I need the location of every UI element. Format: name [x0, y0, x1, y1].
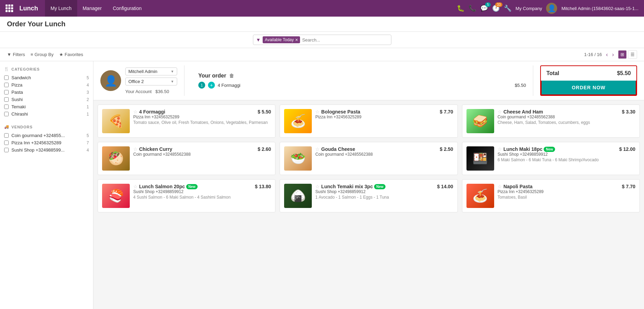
location-value[interactable]: Office 2 ▼ — [125, 78, 177, 85]
product-body: 🍝 ☆ Bolognese Pasta $ 7.70 Pizza Inn +32… — [284, 109, 453, 133]
sushi-checkbox[interactable] — [4, 97, 9, 102]
qty-add-button[interactable]: + — [208, 82, 215, 89]
product-grid: 🍕 ☆ 4 Formaggi $ 5.50 Pizza Inn +3245632… — [93, 100, 644, 217]
product-price-lunch-maki: $ 12.00 — [619, 146, 635, 152]
coin-count: 5 — [87, 133, 89, 138]
filters-label: Filters — [13, 52, 25, 57]
chat-icon[interactable]: 💬 5 — [480, 4, 488, 12]
user-name: Mitchell Admin (15843602-saas-15-1... — [561, 6, 638, 11]
product-card-chicken-curry[interactable]: 🥙 ☆ Chicken Curry $ 2.60 Coin gourmand +… — [98, 142, 275, 175]
coin-label: Coin gourmand +324855... — [11, 133, 84, 138]
trash-icon[interactable]: 🗑 — [229, 73, 234, 79]
product-info-4formaggi: ☆ 4 Formaggi $ 5.50 Pizza Inn +324563252… — [133, 109, 271, 133]
favorite-star-lunch-maki[interactable]: ☆ — [498, 146, 502, 152]
sidebar-item-pasta[interactable]: Pasta 3 — [4, 89, 89, 96]
product-card-bolognese[interactable]: 🍝 ☆ Bolognese Pasta $ 7.70 Pizza Inn +32… — [280, 104, 457, 138]
sidebar-item-sushi[interactable]: Sushi 2 — [4, 96, 89, 103]
product-card-lunch-maki[interactable]: 🍱 ☆ Lunch Maki 18pc New $ 12.00 Sushi Sh… — [462, 142, 640, 175]
sushi-count: 2 — [87, 97, 89, 102]
product-vendor-napoli: Pizza Inn +32456325289 — [498, 189, 635, 194]
product-name-gouda: Gouda Cheese — [321, 146, 355, 152]
grid-menu-icon[interactable] — [6, 4, 13, 12]
coin-checkbox[interactable] — [4, 133, 9, 138]
favorite-star-chicken-curry[interactable]: ☆ — [133, 146, 138, 152]
main-nav: My Lunch Manager Configuration — [45, 0, 147, 17]
chirashi-checkbox[interactable] — [4, 112, 9, 116]
settings-icon[interactable]: 🔧 — [504, 4, 511, 12]
product-header: ☆ Cheese And Ham $ 3.30 — [498, 109, 635, 115]
total-row: Total $5.50 — [541, 66, 636, 81]
sidebar-item-coin[interactable]: Coin gourmand +324855... 5 — [4, 132, 89, 139]
prev-page-button[interactable]: ‹ — [605, 51, 609, 58]
filter-toolbar: ▼ Filters ≡ Group By ★ Favorites 1-16 / … — [0, 48, 644, 61]
product-name-bolognese: Bolognese Pasta — [321, 109, 360, 115]
favorites-button[interactable]: ★ Favorites — [59, 52, 83, 57]
product-info-gouda: ☆ Gouda Cheese $ 2.50 Coin gourmand +324… — [315, 146, 453, 171]
order-total-panel: Total $5.50 ORDER NOW — [540, 65, 637, 96]
view-icons: ⊞ ☰ — [618, 50, 637, 59]
favorites-label: Favorites — [65, 52, 83, 57]
user-avatar[interactable]: 👤 — [546, 3, 557, 14]
order-details: Your order 🗑 1 + 4 Formaggi $5.50 — [191, 73, 526, 89]
pizza-inn-checkbox[interactable] — [4, 140, 9, 145]
fork-knife-icon: 🍴 — [4, 67, 9, 71]
search-input[interactable] — [302, 37, 388, 43]
bug-icon[interactable]: 🐛 — [457, 4, 464, 12]
group-by-button[interactable]: ≡ Group By — [30, 52, 54, 57]
product-card-napoli[interactable]: 🍝 ☆ Napoli Pasta $ 7.70 Pizza Inn +32456… — [462, 179, 640, 212]
total-label: Total — [546, 70, 559, 76]
favorite-star-gouda[interactable]: ☆ — [315, 146, 320, 152]
sushi-shop-checkbox[interactable] — [4, 148, 9, 152]
favorite-star-napoli[interactable]: ☆ — [498, 184, 502, 189]
favorite-star-bolognese[interactable]: ☆ — [315, 109, 320, 115]
filters-button[interactable]: ▼ Filters — [7, 52, 25, 57]
order-title: Your order 🗑 — [198, 73, 526, 79]
product-image-chicken-curry: 🥙 — [102, 146, 130, 171]
navbar: Lunch My Lunch Manager Configuration 🐛 📞… — [0, 0, 644, 17]
product-card-cheese-ham[interactable]: 🥪 ☆ Cheese And Ham $ 3.30 Coin gourmand … — [462, 104, 640, 138]
favorite-star-lunch-salmon[interactable]: ☆ — [133, 184, 138, 189]
sidebar-item-temaki[interactable]: Temaki 1 — [4, 103, 89, 110]
sandwich-checkbox[interactable] — [4, 75, 9, 80]
product-card-lunch-temaki[interactable]: 🍙 ☆ Lunch Temaki mix 3pc New $ 14.00 Sus… — [280, 179, 457, 212]
nav-configuration[interactable]: Configuration — [107, 0, 147, 17]
list-view-icon[interactable]: ☰ — [628, 50, 637, 59]
sidebar-item-pizza[interactable]: Pizza 4 — [4, 81, 89, 89]
filter-tag-close[interactable]: × — [295, 37, 298, 43]
favorite-star-lunch-temaki[interactable]: ☆ — [315, 184, 320, 189]
pizza-checkbox[interactable] — [4, 83, 9, 87]
group-by-label: Group By — [35, 52, 54, 57]
favorite-star-cheese-ham[interactable]: ☆ — [498, 109, 502, 115]
nav-manager[interactable]: Manager — [77, 0, 107, 17]
product-desc-lunch-maki: 6 Maki Salmon - 6 Maki Tuna - 6 Maki Shr… — [498, 157, 635, 162]
sidebar-item-pizza-inn[interactable]: Pizza Inn +32456325289 7 — [4, 139, 89, 146]
grid-view-icon[interactable]: ⊞ — [618, 50, 627, 59]
next-page-button[interactable]: › — [611, 51, 615, 58]
product-header: ☆ Lunch Temaki mix 3pc New $ 14.00 — [315, 184, 453, 189]
divider-2 — [533, 65, 533, 96]
product-card-4formaggi[interactable]: 🍕 ☆ 4 Formaggi $ 5.50 Pizza Inn +3245632… — [98, 104, 275, 138]
product-desc-cheese-ham: Cheese, Ham, Salad, Tomatoes, cucumbers,… — [498, 120, 635, 125]
order-item-name: 4 Formaggi — [218, 83, 241, 88]
filter-tag[interactable]: Available Today × — [263, 36, 300, 43]
activity-icon[interactable]: 🕐 33 — [492, 4, 500, 12]
temaki-checkbox[interactable] — [4, 104, 9, 109]
pizza-count: 4 — [87, 83, 89, 88]
user-name-value[interactable]: Mitchell Admin ▼ — [125, 67, 177, 75]
product-image-gouda: 🥗 — [284, 146, 312, 171]
product-card-gouda[interactable]: 🥗 ☆ Gouda Cheese $ 2.50 Coin gourmand +3… — [280, 142, 457, 175]
favorite-star-4formaggi[interactable]: ☆ — [133, 109, 138, 115]
sushi-label: Sushi — [11, 97, 84, 102]
nav-my-lunch[interactable]: My Lunch — [45, 0, 77, 17]
product-desc-napoli: Tomatoes, Basil — [498, 195, 635, 200]
group-by-icon: ≡ — [30, 52, 33, 57]
sidebar-item-sandwich[interactable]: Sandwich 5 — [4, 74, 89, 81]
sidebar-item-sushi-shop[interactable]: Sushi Shop +324988599... 4 — [4, 146, 89, 154]
phone-icon[interactable]: 📞 — [469, 4, 476, 12]
pasta-checkbox[interactable] — [4, 90, 9, 94]
order-summary: 👤 Mitchell Admin ▼ Office 2 ▼ — [93, 61, 644, 100]
product-card-lunch-salmon[interactable]: 🍣 ☆ Lunch Salmon 20pc New $ 13.80 Sushi … — [98, 179, 275, 212]
user-fields: Mitchell Admin ▼ Office 2 ▼ Your Account — [125, 67, 177, 94]
order-now-button[interactable]: ORDER NOW — [541, 81, 636, 95]
sidebar-item-chirashi[interactable]: Chirashi 1 — [4, 110, 89, 118]
